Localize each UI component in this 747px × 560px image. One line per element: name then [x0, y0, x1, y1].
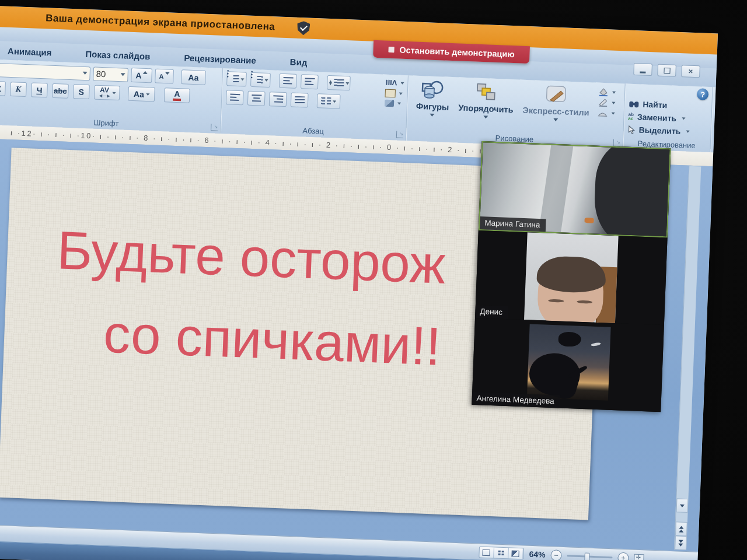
- minimize-icon: [640, 71, 645, 73]
- font-dialog-launcher[interactable]: ↘: [211, 124, 218, 131]
- previous-slide-button[interactable]: [675, 522, 687, 536]
- chevron-down-icon: [611, 113, 615, 115]
- arrange-label: Упорядочить: [458, 103, 514, 115]
- numbering-button[interactable]: [250, 72, 271, 88]
- restore-icon: [664, 67, 670, 73]
- zoom-slider-thumb[interactable]: [584, 552, 590, 560]
- zoom-slider[interactable]: [567, 555, 612, 558]
- convert-smartart-button[interactable]: [385, 100, 403, 107]
- shape-effects-button[interactable]: [597, 109, 615, 118]
- paragraph-dialog-launcher[interactable]: ↘: [396, 131, 403, 138]
- quick-styles-icon: [543, 85, 570, 106]
- pause-message: Ваша демонстрация экрана приостановлена: [46, 12, 275, 33]
- numbering-icon: [257, 76, 263, 83]
- font-name-combobox[interactable]: [0, 62, 90, 80]
- italic-button[interactable]: К: [10, 82, 27, 97]
- change-case-button[interactable]: Аа: [128, 86, 155, 102]
- minimize-button[interactable]: [633, 63, 652, 76]
- shape-outline-button[interactable]: [598, 99, 616, 107]
- slideshow-view-button[interactable]: [508, 548, 523, 559]
- tab-review[interactable]: Рецензирование: [184, 52, 256, 65]
- strikethrough-label: abc: [54, 86, 67, 96]
- find-button[interactable]: Найти: [629, 99, 708, 111]
- chevron-down-icon: [400, 82, 404, 84]
- justify-button[interactable]: [291, 92, 309, 107]
- align-right-button[interactable]: [269, 92, 287, 107]
- replace-button[interactable]: ab ac Заменить: [628, 112, 707, 124]
- view-buttons: [479, 546, 524, 559]
- clear-formatting-button[interactable]: Аа: [181, 69, 206, 85]
- zoom-in-button[interactable]: +: [617, 552, 629, 560]
- decrease-indent-button[interactable]: [279, 74, 297, 89]
- slide-title-line2: со спичками!!: [103, 303, 442, 377]
- clear-formatting-label: Аа: [188, 72, 199, 82]
- down-arrow-icon: [680, 504, 685, 507]
- close-button[interactable]: ×: [681, 65, 700, 78]
- normal-view-icon: [483, 549, 490, 555]
- chevron-down-icon: [146, 93, 149, 95]
- align-text-button[interactable]: [385, 89, 404, 98]
- stop-share-label: Остановить демонстрацию: [399, 46, 515, 60]
- align-center-icon: [251, 94, 261, 103]
- participant-tile-angelina[interactable]: Ангелина Медведева: [472, 318, 664, 412]
- select-button[interactable]: Выделить: [627, 125, 707, 137]
- shrink-font-button[interactable]: А: [155, 69, 174, 84]
- character-spacing-button[interactable]: AV◄─►: [94, 85, 120, 101]
- underline-button[interactable]: Ч: [31, 82, 48, 97]
- zoom-level[interactable]: 64%: [529, 550, 546, 559]
- participant-tile-marina[interactable]: Марина Гатина: [479, 141, 671, 238]
- bullets-button[interactable]: [226, 71, 247, 86]
- line-spacing-lines-icon: [334, 79, 344, 87]
- participant-name: Денис: [475, 305, 508, 319]
- font-size-combobox[interactable]: 80: [93, 66, 128, 82]
- columns-icon: [321, 97, 331, 105]
- font-color-swatch: [173, 99, 181, 102]
- shapes-icon: [421, 80, 446, 101]
- drawing-dialog-launcher[interactable]: ↘: [613, 139, 620, 146]
- fit-to-window-button[interactable]: [634, 554, 644, 560]
- restore-button[interactable]: [657, 64, 676, 77]
- participant-tile-denis[interactable]: Денис: [475, 230, 667, 325]
- text-direction-button[interactable]: ΙΙΙΛ: [386, 78, 404, 88]
- shape-effects-icon: [597, 109, 608, 118]
- participant-name: Марина Гатина: [480, 216, 546, 232]
- slideshow-icon: [512, 550, 519, 556]
- bold-button[interactable]: Ж: [0, 81, 6, 96]
- scroll-down-button[interactable]: [676, 498, 689, 513]
- line-spacing-button[interactable]: ▲▼: [327, 75, 351, 91]
- chevron-down-icon: [430, 114, 434, 117]
- text-shadow-button[interactable]: S: [73, 84, 90, 99]
- tab-slideshow[interactable]: Показ слайдов: [85, 48, 151, 61]
- shapes-button[interactable]: Фигуры: [411, 78, 455, 118]
- chevron-down-icon: [682, 117, 685, 120]
- columns-button[interactable]: [317, 93, 341, 109]
- select-label: Выделить: [638, 125, 680, 136]
- arrange-button[interactable]: Упорядочить: [453, 80, 519, 121]
- grow-font-button[interactable]: А: [131, 68, 152, 83]
- smartart-icon: [385, 100, 394, 107]
- slide-sorter-view-button[interactable]: [494, 547, 509, 558]
- next-slide-button[interactable]: [675, 536, 687, 550]
- bullets-icon: [233, 75, 239, 83]
- font-color-button[interactable]: А: [164, 88, 190, 103]
- strikethrough-button[interactable]: abc: [52, 83, 69, 99]
- align-center-button[interactable]: [247, 91, 266, 106]
- increase-indent-button[interactable]: [301, 74, 319, 89]
- quick-styles-button[interactable]: Экспресс-стили: [518, 82, 595, 124]
- align-left-button[interactable]: [226, 90, 244, 105]
- participant-face: [537, 259, 605, 325]
- shapes-label: Фигуры: [416, 102, 449, 112]
- paint-bucket-icon: [598, 88, 609, 97]
- align-left-icon: [230, 93, 240, 102]
- down-triangle-icon: [165, 72, 170, 75]
- chevron-down-icon: [83, 72, 88, 75]
- tab-view[interactable]: Вид: [289, 57, 307, 67]
- monitor-photo: Ваша демонстрация экрана приостановлена …: [0, 0, 747, 560]
- binoculars-icon: [629, 100, 639, 108]
- normal-view-button[interactable]: [479, 547, 494, 558]
- chevron-down-icon: [612, 92, 616, 94]
- tab-animation[interactable]: Анимация: [8, 46, 52, 57]
- zoom-participants-panel: Марина Гатина Денис: [472, 141, 671, 412]
- zoom-out-button[interactable]: −: [550, 550, 562, 560]
- shape-fill-button[interactable]: [598, 88, 616, 97]
